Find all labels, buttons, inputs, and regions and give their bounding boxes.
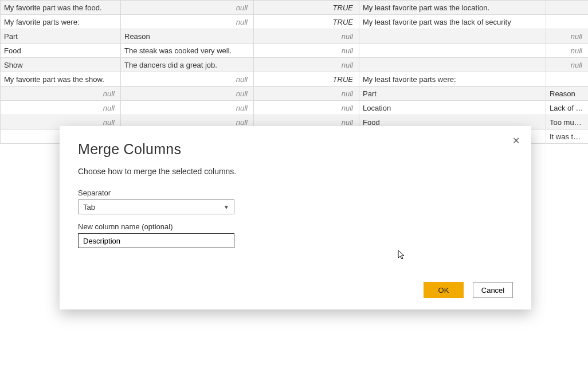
table-cell[interactable]: Show	[1, 58, 121, 72]
table-row[interactable]: My favorite part was the food.nullTRUEMy…	[1, 1, 589, 15]
table-cell[interactable]: The steak was cooked very well.	[121, 44, 254, 58]
table-cell[interactable]: null	[121, 87, 254, 101]
table-row[interactable]: nullnullnullPartReason	[1, 87, 589, 101]
dialog-title: Merge Columns	[78, 141, 513, 158]
table-cell[interactable]	[546, 15, 589, 29]
table-cell[interactable]: My favorite part was the food.	[1, 1, 121, 15]
table-row[interactable]: My favorite parts were:nullTRUEMy least …	[1, 15, 589, 29]
table-cell[interactable]	[359, 29, 546, 44]
table-cell[interactable]: My favorite part was the show.	[1, 72, 121, 87]
table-cell[interactable]: My favorite parts were:	[1, 15, 121, 29]
table-cell[interactable]: null	[121, 101, 254, 115]
table-cell[interactable]: null	[121, 72, 254, 87]
new-column-name-label: New column name (optional)	[78, 222, 513, 231]
table-cell[interactable]: Lack of security	[546, 101, 589, 115]
table-cell[interactable]: My least favorite part was the lack of s…	[359, 15, 546, 29]
table-row[interactable]: FoodThe steak was cooked very well.nulln…	[1, 44, 589, 58]
separator-dropdown[interactable]: Tab ▼	[78, 199, 234, 214]
chevron-down-icon: ▼	[224, 204, 229, 210]
table-cell[interactable]: null	[254, 44, 359, 58]
table-row[interactable]: PartReasonnullnull	[1, 29, 589, 44]
close-icon[interactable]: ✕	[509, 133, 523, 148]
separator-value: Tab	[83, 203, 95, 211]
table-cell[interactable]: null	[254, 58, 359, 72]
separator-label: Separator	[78, 189, 513, 197]
table-cell[interactable]	[359, 44, 546, 58]
table-cell[interactable]: null	[254, 101, 359, 115]
new-column-name-input[interactable]	[78, 233, 234, 248]
table-cell[interactable]: null	[121, 15, 254, 29]
table-cell[interactable]	[359, 58, 546, 72]
dialog-description: Choose how to merge the selected columns…	[78, 167, 513, 176]
cancel-button[interactable]: Cancel	[473, 282, 513, 298]
table-cell[interactable]: It was too cold	[546, 130, 589, 144]
table-cell[interactable]: null	[546, 44, 589, 58]
table-cell[interactable]	[546, 1, 589, 15]
table-cell[interactable]: null	[254, 29, 359, 44]
table-cell[interactable]: My least favorite parts were:	[359, 72, 546, 87]
table-cell[interactable]: null	[546, 58, 589, 72]
table-cell[interactable]: Reason	[546, 87, 589, 101]
table-cell[interactable]: null	[546, 29, 589, 44]
table-cell[interactable]: null	[1, 101, 121, 115]
table-cell[interactable]	[546, 72, 589, 87]
table-cell[interactable]: My least favorite part was the location.	[359, 1, 546, 15]
table-cell[interactable]: Part	[1, 29, 121, 44]
table-row[interactable]: ShowThe dancers did a great job.nullnull	[1, 58, 589, 72]
table-row[interactable]: nullnullnullLocationLack of security	[1, 101, 589, 115]
table-cell[interactable]: null	[121, 1, 254, 15]
table-cell[interactable]: TRUE	[254, 72, 359, 87]
table-cell[interactable]: null	[254, 87, 359, 101]
table-cell[interactable]: Food	[1, 44, 121, 58]
table-cell[interactable]: TRUE	[254, 15, 359, 29]
merge-columns-dialog: ✕ Merge Columns Choose how to merge the …	[60, 126, 531, 309]
table-cell[interactable]: Too much salt	[546, 115, 589, 130]
table-cell[interactable]: Part	[359, 87, 546, 101]
ok-button[interactable]: OK	[424, 282, 464, 298]
table-row[interactable]: My favorite part was the show.nullTRUEMy…	[1, 72, 589, 87]
table-cell[interactable]: The dancers did a great job.	[121, 58, 254, 72]
table-cell[interactable]: TRUE	[254, 1, 359, 15]
data-grid[interactable]: My favorite part was the food.nullTRUEMy…	[0, 0, 588, 144]
table-cell[interactable]: null	[1, 87, 121, 101]
table-cell[interactable]: Reason	[121, 29, 254, 44]
table-cell[interactable]: Location	[359, 101, 546, 115]
